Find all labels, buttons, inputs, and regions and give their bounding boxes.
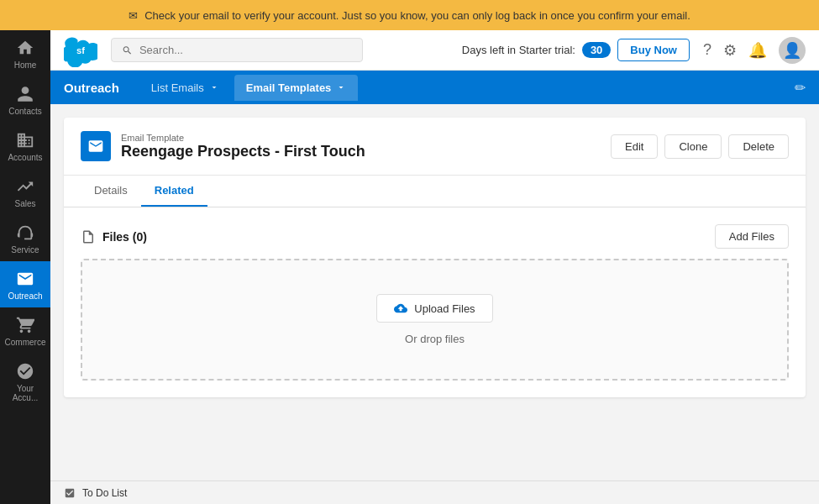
- upload-button-label: Upload Files: [414, 302, 475, 315]
- nav-tab-email-templates[interactable]: Email Templates: [234, 75, 359, 101]
- bottom-bar-label: To Do List: [82, 487, 127, 499]
- settings-icon[interactable]: ⚙: [723, 41, 737, 60]
- sidebar-item-your-account-label: Your Accu...: [3, 384, 47, 402]
- record-actions: Edit Clone Delete: [611, 134, 789, 159]
- add-files-button[interactable]: Add Files: [715, 224, 789, 249]
- files-title: Files (0): [81, 229, 147, 244]
- buy-now-button[interactable]: Buy Now: [617, 39, 690, 61]
- tab-details[interactable]: Details: [81, 176, 141, 207]
- banner-icon: ✉: [129, 9, 138, 22]
- svg-text:sf: sf: [76, 45, 85, 55]
- notifications-icon[interactable]: 🔔: [748, 41, 767, 60]
- trial-badge: Days left in Starter trial: 30 Buy Now: [462, 39, 690, 61]
- sidebar-item-commerce-label: Commerce: [5, 338, 46, 347]
- upload-files-button[interactable]: Upload Files: [376, 294, 492, 323]
- tab-related[interactable]: Related: [141, 176, 207, 207]
- header-right: Days left in Starter trial: 30 Buy Now ?…: [462, 37, 806, 64]
- trial-label: Days left in Starter trial:: [462, 44, 575, 56]
- sidebar-item-your-account[interactable]: Your Accu...: [0, 354, 50, 409]
- bottom-bar: To Do List: [50, 480, 819, 504]
- record-header-left: Email Template Reengage Prospects - Firs…: [81, 131, 365, 161]
- main-layout: Home Contacts Accounts Sales Service Out: [0, 30, 819, 504]
- content-area: Email Template Reengage Prospects - Firs…: [50, 104, 819, 480]
- search-icon: [122, 45, 133, 56]
- banner-message: Check your email to verify your account.…: [144, 9, 690, 22]
- sidebar-item-contacts[interactable]: Contacts: [0, 76, 50, 123]
- header-icons: ? ⚙ 🔔 👤: [703, 37, 806, 64]
- upload-area: Upload Files Or drop files: [81, 259, 789, 381]
- nav-tab-list-emails[interactable]: List Emails: [139, 75, 231, 101]
- avatar[interactable]: 👤: [779, 37, 806, 64]
- app-container: ✉ Check your email to verify your accoun…: [0, 0, 819, 504]
- email-template-icon: [87, 138, 104, 155]
- sidebar-item-outreach-label: Outreach: [8, 291, 42, 301]
- chevron-down-icon: [209, 82, 219, 92]
- sidebar-item-commerce[interactable]: Commerce: [0, 307, 50, 354]
- nav-tab-list-emails-label: List Emails: [151, 81, 204, 94]
- top-banner: ✉ Check your email to verify your accoun…: [0, 0, 819, 30]
- record-card: Email Template Reengage Prospects - Firs…: [64, 118, 806, 397]
- sidebar-item-accounts[interactable]: Accounts: [0, 123, 50, 169]
- todo-icon: [64, 487, 76, 499]
- files-icon: [81, 229, 96, 244]
- record-icon: [81, 131, 111, 161]
- sidebar-item-sales[interactable]: Sales: [0, 169, 50, 215]
- sidebar-item-home-label: Home: [14, 60, 37, 70]
- files-section: Files (0) Add Files Upload Files Or drop…: [81, 224, 789, 381]
- search-bar[interactable]: [111, 38, 363, 62]
- record-header: Email Template Reengage Prospects - Firs…: [64, 118, 806, 176]
- drop-text: Or drop files: [405, 333, 465, 345]
- search-input[interactable]: [139, 44, 352, 56]
- header-left: sf: [64, 34, 363, 67]
- sidebar-item-service-label: Service: [11, 245, 39, 255]
- nav-title: Outreach: [64, 81, 119, 95]
- files-title-text: Files (0): [102, 230, 147, 244]
- nav-tab-email-templates-label: Email Templates: [246, 81, 332, 94]
- help-icon[interactable]: ?: [703, 41, 711, 59]
- record-name: Reengage Prospects - First Touch: [121, 143, 365, 160]
- edit-button[interactable]: Edit: [611, 134, 658, 159]
- tabs-bar: Details Related: [64, 176, 806, 207]
- sidebar-item-sales-label: Sales: [14, 199, 35, 208]
- record-title-area: Email Template Reengage Prospects - Firs…: [121, 133, 365, 160]
- trial-days: 30: [582, 42, 611, 58]
- sidebar-item-contacts-label: Contacts: [8, 107, 41, 116]
- sidebar-item-accounts-label: Accounts: [8, 153, 42, 162]
- sidebar: Home Contacts Accounts Sales Service Out: [0, 30, 50, 504]
- nav-bar: Outreach List Emails Email Templates ✏: [50, 71, 819, 104]
- sidebar-item-home[interactable]: Home: [0, 30, 50, 76]
- sidebar-item-service[interactable]: Service: [0, 215, 50, 261]
- upload-icon: [394, 302, 407, 315]
- salesforce-logo: sf: [64, 34, 97, 67]
- delete-button[interactable]: Delete: [728, 134, 789, 159]
- main-content: sf Days left in Starter trial: 30 Buy No…: [50, 30, 819, 504]
- files-header: Files (0) Add Files: [81, 224, 789, 249]
- sidebar-item-outreach[interactable]: Outreach: [0, 261, 50, 307]
- record-type: Email Template: [121, 133, 365, 143]
- header-bar: sf Days left in Starter trial: 30 Buy No…: [50, 30, 819, 71]
- nav-tabs: List Emails Email Templates: [139, 75, 359, 101]
- tab-content: Files (0) Add Files Upload Files Or drop…: [64, 207, 806, 397]
- clone-button[interactable]: Clone: [664, 134, 722, 159]
- chevron-down-icon-2: [336, 82, 346, 92]
- nav-edit-icon[interactable]: ✏: [795, 80, 806, 96]
